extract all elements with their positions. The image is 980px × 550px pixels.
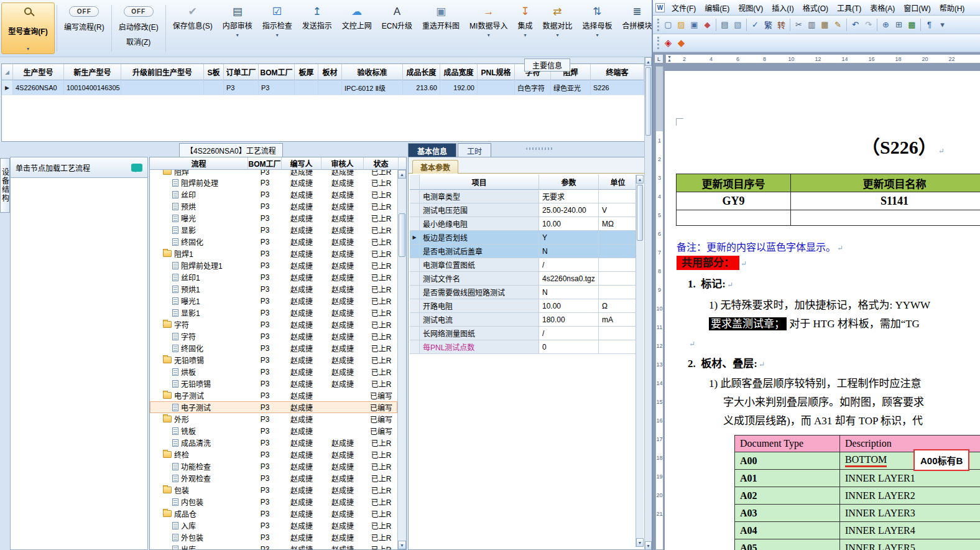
send-instruction-button[interactable]: ↥发送指示 [297, 2, 337, 54]
process-tree-row[interactable]: 字符P3赵成捷赵成捷已上R [150, 330, 397, 342]
process-tree-row[interactable]: 外包装P3赵成捷赵成捷已上R [150, 531, 397, 543]
parameter-value-cell[interactable]: 4s2260nsa0.tgz [539, 272, 599, 286]
grid-column-header[interactable]: 生产型号 [13, 64, 64, 80]
grid-data-row[interactable]: ▶4S2260NSA010010400146305P3P3IPC-6012 Ⅱ级… [2, 80, 647, 95]
process-tree-row[interactable]: 电子测试P3赵成捷已编写 [150, 389, 397, 401]
menu-edit[interactable]: 编辑(E) [700, 0, 734, 16]
process-tree-row[interactable]: 外观检查P3赵成捷赵成捷已上R [150, 472, 397, 484]
grid-column-header[interactable]: 验收标准 [342, 64, 403, 80]
start-modify-label[interactable]: 启动修改(E) [119, 21, 159, 32]
parameter-value-cell[interactable]: 25.00-240.00 [539, 203, 599, 217]
process-tree-row[interactable]: 烘板P3赵成捷赵成捷已上R [150, 366, 397, 378]
instruction-check-button[interactable]: ☑指示检查▾ [257, 2, 297, 54]
internal-audit-button[interactable]: ▤内部审核▾ [218, 2, 257, 54]
process-tree-row[interactable]: 终固化P3赵成捷赵成捷已上R [150, 342, 397, 354]
format-painter-icon[interactable]: ✎ [831, 18, 844, 31]
menu-tools[interactable]: 工具(T) [833, 0, 866, 16]
process-tree-row[interactable]: 曝光1P3赵成捷赵成捷已上R [150, 295, 397, 307]
process-tree-row[interactable]: 字符P3赵成捷赵成捷已上R [150, 319, 397, 330]
mi-data-import-button[interactable]: →MI数据导入▾ [465, 2, 512, 54]
scroll-up-button[interactable]: ▲ [636, 175, 644, 184]
param-column-header[interactable]: 单位 [599, 175, 637, 190]
process-scrollbar[interactable]: ▲ ▼ [397, 170, 406, 549]
copy-icon[interactable]: ▥ [805, 18, 818, 31]
grid-column-header[interactable]: 板厚 [295, 64, 318, 80]
parameter-value-cell[interactable]: / [539, 258, 599, 272]
grid-column-header[interactable]: 成品长度 [403, 64, 440, 80]
toolbar-options-icon[interactable]: ▾ [936, 18, 949, 31]
parameter-row[interactable]: 每PNL测试点数0 [410, 340, 637, 354]
open-folder-icon[interactable]: ▨ [675, 18, 688, 31]
grid-column-header[interactable]: 终端客 [591, 64, 644, 80]
process-tree-row[interactable]: 出库P3赵成捷赵成捷已上R [150, 543, 397, 549]
print-icon[interactable]: ▤ [718, 18, 731, 31]
grid-column-header[interactable]: 成品宽度 [440, 64, 478, 80]
process-tree-row[interactable]: 丝印P3赵成捷赵成捷已上R [150, 189, 397, 200]
reselect-cutting-diagram-button[interactable]: ▣重选开料图 [417, 2, 465, 54]
process-tree-row[interactable]: 内包装P3赵成捷赵成捷已上R [150, 496, 397, 508]
process-tree-row[interactable]: 预烘P3赵成捷赵成捷已上R [150, 200, 397, 212]
menu-format[interactable]: 格式(O) [798, 0, 833, 16]
splitter-grip[interactable] [526, 147, 553, 150]
process-tree-row[interactable]: 外形P3赵成捷已编写 [150, 413, 397, 425]
convert-icon[interactable]: 转 [775, 18, 788, 31]
save-info-button[interactable]: ✔保存信息(S) [168, 2, 218, 54]
process-tree-row[interactable]: 显影P3赵成捷赵成捷已上R [150, 224, 397, 236]
process-tree-row[interactable]: 无铅喷锡P3赵成捷赵成捷已上R [150, 354, 397, 366]
toolbar-grip[interactable] [657, 19, 659, 31]
select-motherboard-button[interactable]: ⇅选择母板▾ [577, 2, 617, 54]
process-tree-row[interactable]: 入库P3赵成捷赵成捷已上R [150, 520, 397, 531]
chevron-down-icon[interactable]: ▾ [596, 33, 598, 38]
parameter-value-cell[interactable]: 10.00 [539, 299, 599, 313]
chevron-down-icon[interactable]: ▾ [488, 33, 490, 38]
parameter-row[interactable]: 电测章类型无要求 [410, 190, 637, 203]
menu-view[interactable]: 视图(V) [734, 0, 767, 16]
print-preview-icon[interactable]: ▧ [731, 18, 744, 31]
chevron-down-icon[interactable]: ▾ [556, 33, 558, 38]
parameter-value-cell[interactable]: N [539, 286, 599, 299]
parameter-row[interactable]: 测试电流180.00mA [410, 313, 637, 327]
doc-control-upload-button[interactable]: ☁文控上网 [337, 2, 377, 54]
process-tree-row[interactable]: 铣板P3赵成捷已编写 [150, 425, 397, 437]
spelling-icon[interactable]: ✓ [749, 18, 762, 31]
start-modify-toggle[interactable]: OFF [124, 6, 154, 17]
hanging-indent-marker[interactable]: ▲ [667, 58, 672, 62]
process-column-header[interactable]: 状态 [364, 157, 399, 170]
process-tree-row[interactable]: 阻焊P3赵成捷赵成捷已上R [150, 170, 397, 177]
parameter-row[interactable]: 最小绝缘电阻10.00MΩ [410, 217, 637, 231]
parameter-value-cell[interactable]: 180.00 [539, 313, 599, 327]
param-column-header[interactable]: 参数 [539, 175, 599, 190]
chevron-down-icon[interactable]: ▾ [27, 47, 29, 52]
write-flow-label[interactable]: 编写流程(R) [64, 21, 104, 32]
parameter-row[interactable]: 长网络测量图纸/ [410, 327, 637, 340]
process-column-header[interactable]: BOM工厂 [248, 157, 282, 170]
menu-insert[interactable]: 插入(I) [767, 0, 798, 16]
process-column-header[interactable]: 流程 [150, 157, 248, 170]
scroll-up-button[interactable]: ▲ [398, 170, 406, 179]
permission-icon[interactable]: ◆ [701, 18, 714, 31]
parameter-row[interactable]: 电测章位置图纸/ [410, 258, 637, 272]
parameter-value-cell[interactable]: 10.00 [539, 217, 599, 231]
toolbar-grip[interactable] [657, 37, 659, 49]
process-tree-row[interactable]: 丝印1P3赵成捷赵成捷已上R [150, 271, 397, 283]
process-tree-row[interactable]: 显影1P3赵成捷赵成捷已上R [150, 307, 397, 319]
tab-equipment-structure[interactable]: 设备结构 [0, 158, 10, 213]
process-tree-row[interactable]: 终固化P3赵成捷赵成捷已上R [150, 236, 397, 248]
parameter-row[interactable]: 测试文件名4s2260nsa0.tgz [410, 272, 637, 286]
param-column-header[interactable]: 项目 [420, 175, 539, 190]
process-tree-row[interactable]: 终检P3赵成捷赵成捷已上R [150, 449, 397, 460]
document-page[interactable]: （S226）↵ 更新项目序号更新项目名称GY9S1141 备注：更新的内容以蓝色… [665, 71, 980, 550]
scroll-down-button[interactable]: ▼ [645, 541, 652, 550]
scroll-up-button[interactable]: ▲ [645, 57, 652, 66]
redo-icon[interactable]: ↷ [862, 18, 875, 31]
process-tree-row[interactable]: 预烘1P3赵成捷赵成捷已上R [150, 283, 397, 295]
new-document-icon[interactable]: ▢ [662, 18, 675, 31]
model-query-button[interactable]: 型号查询(F) ▾ [1, 2, 55, 54]
parameter-value-cell[interactable]: / [539, 327, 599, 340]
save-icon[interactable]: ▣ [688, 18, 701, 31]
parameter-value-cell[interactable]: N [539, 245, 599, 258]
grid-column-header[interactable]: 升级前旧生产型号 [121, 64, 204, 80]
grid-column-header[interactable]: BOM工厂 [259, 64, 295, 80]
process-tree-row[interactable]: 无铅喷锡P3赵成捷赵成捷已上R [150, 378, 397, 389]
scroll-thumb[interactable] [645, 67, 651, 136]
